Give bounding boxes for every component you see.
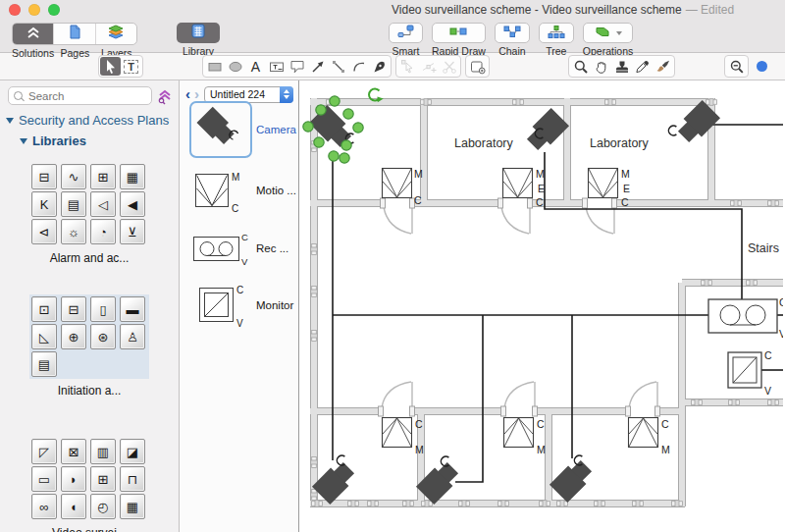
bar-sensor-icon[interactable]: ▬ [120, 296, 145, 322]
tape-recorder-icon[interactable]: ∞ [31, 494, 57, 519]
back-chevron-icon[interactable]: ‹ [185, 87, 190, 101]
camera-ptz-icon[interactable]: ◗ [61, 466, 86, 492]
motion-detector[interactable] [589, 169, 618, 198]
tool-pan[interactable] [591, 57, 611, 76]
dial-t-icon[interactable]: ◴ [90, 494, 116, 519]
search-input[interactable] [26, 89, 146, 103]
tool-add-node[interactable] [418, 57, 439, 76]
tool-zoom-out[interactable] [726, 57, 747, 76]
tool-edit-nodes[interactable] [397, 57, 418, 76]
palette-label[interactable]: Initiation a... [0, 384, 179, 398]
library-item-motion-detector[interactable]: M C Motio ... [180, 167, 299, 214]
disclosure-triangle-icon[interactable] [6, 118, 14, 124]
motion-detector[interactable] [629, 418, 658, 448]
keypad-lamp-icon[interactable]: ▤ [61, 191, 86, 217]
globe-z-icon[interactable]: ⊕ [61, 324, 86, 349]
timer-clock-icon[interactable]: ◔ [90, 219, 116, 244]
select-stepper-icon[interactable] [280, 86, 293, 103]
camera-lab1[interactable] [523, 108, 569, 154]
disclosure-triangle-icon[interactable] [20, 138, 27, 144]
keypad-large-icon[interactable]: ▦ [120, 164, 145, 189]
annunciator-icon[interactable]: ⊟ [31, 164, 57, 189]
tool-pen[interactable] [369, 57, 390, 76]
signal-graph-icon[interactable]: ∿ [61, 164, 86, 189]
tool-split-shape[interactable] [439, 57, 459, 76]
tool-zoom[interactable] [570, 57, 591, 76]
pages-button[interactable] [54, 24, 95, 44]
minimize-button[interactable] [28, 4, 40, 16]
tool-line[interactable] [328, 57, 348, 76]
tree-item-security-and-access-plans[interactable]: Security and Access Plans [6, 113, 179, 128]
speaker-wp-icon[interactable]: ◀ [120, 191, 145, 217]
tool-format-brush[interactable] [653, 57, 673, 76]
monitor-row-icon[interactable]: ▥ [90, 439, 116, 464]
recorder-symbol[interactable] [708, 299, 777, 333]
tool-select[interactable] [100, 57, 121, 76]
multiplexer-icon[interactable]: ▦ [120, 494, 145, 519]
guard-station-icon[interactable]: ♙ [120, 324, 145, 349]
motion-detector[interactable] [503, 169, 533, 198]
vertical-detector-icon[interactable]: ▯ [90, 296, 116, 322]
tool-ellipse[interactable] [225, 57, 245, 76]
palette-label[interactable]: Alarm and ac... [0, 251, 179, 265]
strobe-icon[interactable]: ☼ [61, 219, 86, 244]
tool-rectangle[interactable] [204, 57, 225, 76]
layers-button[interactable] [96, 24, 136, 44]
tool-arc[interactable] [348, 57, 369, 76]
camera-h-icon[interactable]: ◸ [31, 439, 57, 464]
motion-detector[interactable] [504, 418, 534, 448]
tool-format-stamp[interactable] [611, 57, 632, 76]
camera-bottom-left[interactable] [312, 458, 358, 505]
camera-bottom-right[interactable] [550, 456, 596, 503]
camera-icon[interactable]: ▭ [31, 466, 57, 492]
find-solutions-button[interactable] [156, 87, 174, 105]
tool-shape-properties[interactable] [467, 57, 488, 76]
tool-text[interactable]: A [245, 57, 266, 76]
solutions-button[interactable] [13, 24, 54, 44]
tool-eyedropper[interactable] [632, 57, 653, 76]
close-button[interactable] [9, 4, 21, 16]
library-button[interactable] [177, 23, 220, 43]
drawing-canvas[interactable]: Laboratory Laboratory Stairs MC MEC MEC … [299, 80, 785, 532]
palette-label[interactable]: Video survei... [0, 526, 179, 532]
motion-detector[interactable] [383, 169, 412, 198]
handset-e-icon[interactable]: ◖ [61, 494, 86, 519]
tool-text-select[interactable]: T [121, 57, 141, 76]
tool-callout[interactable] [287, 57, 307, 76]
keypad-icon[interactable]: ⊞ [90, 164, 116, 189]
zoom-slider-thumb[interactable] [757, 61, 767, 72]
doors[interactable] [382, 207, 657, 407]
chain-button[interactable] [495, 23, 530, 43]
rapid-draw-button[interactable] [432, 23, 486, 43]
quad-split-icon[interactable]: ⊞ [90, 466, 116, 492]
monitor-symbol[interactable] [728, 352, 761, 388]
library-select[interactable]: Untitled 224 [204, 86, 293, 103]
library-item-recorder[interactable]: C V Rec ... [180, 230, 299, 267]
monitor-v-icon[interactable]: ◪ [120, 439, 145, 464]
smart-button[interactable] [389, 23, 423, 43]
forward-chevron-icon[interactable]: › [194, 87, 199, 101]
horn-icon[interactable]: ⊲ [31, 219, 57, 244]
control-console-icon[interactable]: ▤ [31, 351, 57, 377]
library-item-monitor[interactable]: C V Monitor [180, 282, 299, 329]
zoom-button[interactable] [48, 4, 60, 16]
camera-s-icon[interactable]: ⊠ [61, 439, 86, 464]
library-item-camera[interactable]: Camera [180, 101, 299, 158]
motion-detector[interactable] [383, 418, 412, 448]
motion-detectors[interactable] [383, 169, 658, 448]
tree-button[interactable] [539, 23, 574, 43]
tool-arrow[interactable] [307, 57, 328, 76]
relay-k-icon[interactable]: K [31, 191, 57, 217]
operations-button[interactable] [583, 23, 633, 43]
door-contact-icon[interactable]: ⊡ [31, 296, 57, 322]
globe-m-icon[interactable]: ⊛ [90, 324, 116, 349]
monitor-p-icon[interactable]: ⊓ [120, 466, 145, 492]
tool-text-block[interactable] [266, 57, 287, 76]
ramp-sensor-icon[interactable]: ◺ [31, 324, 57, 349]
tree-item-libraries[interactable]: Libraries [20, 133, 179, 148]
speaker-icon[interactable]: ◁ [90, 191, 116, 217]
main-toolbar: Solutions Pages Layers Library Smart [0, 20, 785, 53]
svg-text:V: V [241, 256, 248, 266]
fan-switch-icon[interactable]: ⊻ [120, 219, 145, 244]
window-contact-icon[interactable]: ⊟ [61, 296, 86, 322]
